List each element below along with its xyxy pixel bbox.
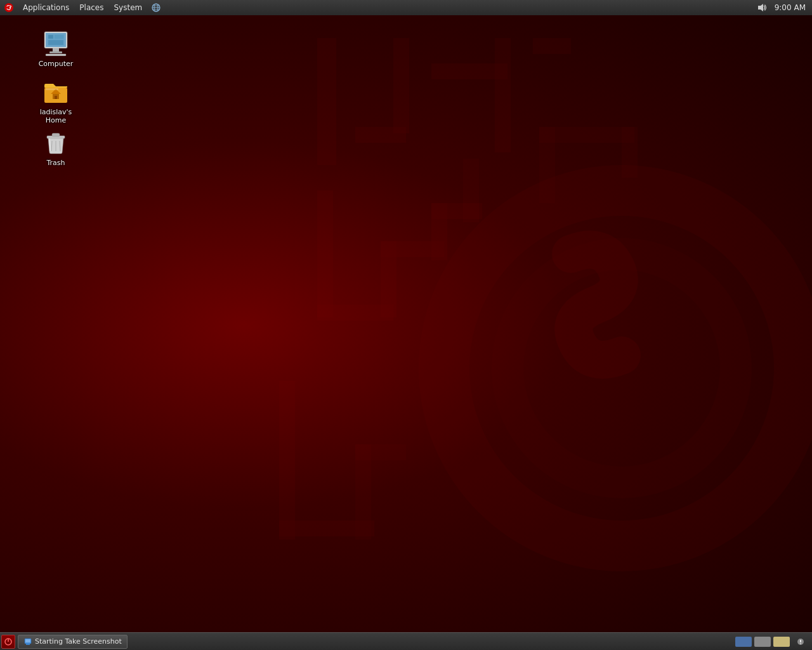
- screenshot-window-label: Starting Take Screenshot: [35, 637, 122, 646]
- screenshot-app-icon: [23, 637, 32, 646]
- home-icon-image: [41, 76, 71, 107]
- svg-rect-18: [355, 444, 406, 460]
- svg-rect-20: [539, 127, 634, 143]
- taskbar: Starting Take Screenshot: [0, 632, 812, 650]
- computer-desktop-icon[interactable]: Computer: [30, 25, 81, 70]
- svg-rect-14: [463, 159, 479, 222]
- svg-rect-32: [49, 51, 62, 53]
- taskbar-left-area: Starting Take Screenshot: [0, 633, 129, 650]
- svg-rect-34: [48, 35, 53, 39]
- taskbar-right-area: [735, 633, 812, 650]
- home-desktop-icon[interactable]: ladislav's Home: [30, 74, 81, 127]
- svg-point-54: [800, 643, 801, 644]
- places-menu[interactable]: Places: [74, 0, 108, 15]
- indicator-tan[interactable]: [773, 635, 790, 648]
- svg-rect-21: [622, 127, 638, 178]
- taskbar-system-button[interactable]: [1, 635, 15, 649]
- gray-indicator-box: [754, 637, 771, 647]
- trash-desktop-icon[interactable]: Trash: [30, 124, 81, 169]
- system-menu[interactable]: System: [108, 0, 147, 15]
- tan-indicator-box: [773, 637, 790, 647]
- svg-rect-31: [53, 48, 59, 51]
- network-globe-icon[interactable]: [147, 0, 165, 15]
- svg-rect-41: [46, 88, 58, 90]
- desktop: Applications Places System: [0, 0, 812, 650]
- trash-icon-image: [41, 127, 71, 157]
- svg-rect-35: [55, 35, 63, 39]
- svg-rect-33: [46, 54, 66, 56]
- redhat-logo[interactable]: [3, 1, 15, 14]
- svg-rect-2: [317, 38, 336, 165]
- svg-rect-51: [25, 639, 30, 642]
- home-icon-label: ladislav's Home: [33, 108, 79, 124]
- svg-rect-36: [48, 40, 63, 45]
- computer-icon-image: [41, 28, 71, 58]
- indicator-gray[interactable]: [754, 635, 771, 648]
- indicator-blue[interactable]: [735, 635, 752, 648]
- trash-icon-label: Trash: [46, 159, 65, 167]
- svg-point-22: [4, 3, 13, 12]
- desktop-wallpaper-pattern: [0, 0, 812, 650]
- svg-rect-40: [55, 96, 57, 99]
- panel-left-area: Applications Places System: [0, 0, 165, 15]
- screenshot-taskbar-button[interactable]: Starting Take Screenshot: [18, 635, 128, 649]
- svg-rect-8: [317, 190, 333, 317]
- clock-display[interactable]: 9:00 AM: [771, 0, 809, 15]
- svg-rect-6: [495, 38, 511, 152]
- top-panel: Applications Places System: [0, 0, 812, 15]
- blue-indicator-box: [735, 637, 752, 647]
- notification-area[interactable]: [792, 635, 809, 648]
- applications-menu[interactable]: Applications: [18, 0, 74, 15]
- svg-rect-43: [52, 133, 60, 136]
- svg-marker-28: [758, 4, 763, 11]
- volume-icon[interactable]: [753, 0, 771, 15]
- panel-right-area: 9:00 AM: [753, 0, 812, 15]
- svg-rect-4: [393, 38, 409, 133]
- svg-rect-15: [279, 381, 295, 540]
- svg-rect-50: [26, 644, 30, 645]
- computer-icon-label: Computer: [39, 60, 74, 68]
- svg-rect-7: [533, 38, 571, 54]
